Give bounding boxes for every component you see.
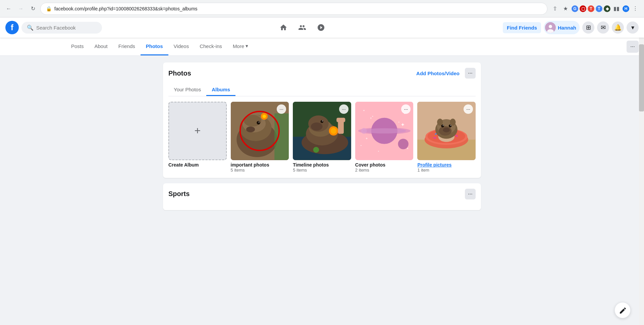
reload-button[interactable]: ↻ (28, 4, 38, 13)
ext-icon-4: T (596, 5, 602, 12)
svg-point-21 (321, 120, 324, 123)
album-menu-button-profile-pics[interactable]: ··· (464, 104, 473, 114)
photos-subtabs: Your Photos Albums (168, 84, 476, 96)
ext-icon-5: ◆ (604, 5, 610, 12)
profile-tabs: Posts About Friends Photos Videos Check-… (5, 38, 639, 55)
album-name-cover-photos: Cover photos (355, 162, 414, 168)
plus-icon: + (194, 125, 201, 137)
album-item-profile-pictures[interactable]: ··· (417, 102, 476, 173)
header-actions: Find Friends Hannah ⊞ ✉ 🔔 ▾ (503, 21, 639, 34)
tab-posts[interactable]: Posts (66, 38, 89, 55)
svg-point-7 (244, 115, 261, 127)
facebook-header: f 🔍 Find Friends Hannah ⊞ (0, 17, 644, 38)
profile-tabs-wrapper: Posts About Friends Photos Videos Check-… (0, 38, 644, 56)
subtab-your-photos[interactable]: Your Photos (168, 84, 206, 96)
tab-about[interactable]: About (89, 38, 113, 55)
album-name-important-photos: important photos (231, 162, 289, 168)
user-avatar (545, 22, 556, 33)
svg-point-8 (246, 127, 255, 132)
album-menu-button-important[interactable]: ··· (277, 104, 286, 114)
tab-photos[interactable]: Photos (141, 38, 168, 55)
search-bar-container[interactable]: 🔍 (21, 22, 102, 34)
sports-section-more-button[interactable]: ··· (465, 189, 476, 199)
friends-nav-button[interactable] (294, 19, 310, 36)
tab-checkins[interactable]: Check-ins (194, 38, 227, 55)
album-thumb-timeline-photos: ··· (293, 102, 351, 160)
svg-point-65 (450, 119, 456, 126)
album-count-important-photos: 5 items (231, 168, 289, 173)
scrollbar-thumb[interactable] (639, 44, 644, 111)
ext-icon-2: ▢ (580, 5, 586, 12)
album-name-profile-pictures[interactable]: Profile pictures (417, 162, 476, 168)
album-menu-button-timeline[interactable]: ··· (339, 104, 348, 114)
lock-icon: 🔒 (46, 6, 52, 11)
browser-actions: ⇧ ★ G ▢ T T ◆ ▮▮ H ⋮ (550, 4, 640, 13)
extensions-button[interactable]: ▮▮ (612, 4, 621, 13)
album-thumb-important-photos: ··· (231, 102, 289, 160)
album-thumb-cover-photos: ··· (355, 102, 414, 160)
albums-grid: + Create Album ··· (168, 102, 476, 173)
svg-point-64 (437, 119, 443, 126)
svg-point-22 (322, 121, 323, 122)
create-album-label: Create Album (168, 162, 227, 168)
sports-section-title: Sports (168, 190, 190, 198)
svg-point-32 (398, 122, 399, 123)
back-button[interactable]: ← (4, 4, 13, 13)
svg-text:✦: ✦ (400, 122, 405, 128)
ext-icon-3: T (588, 5, 594, 12)
svg-point-1 (549, 25, 552, 28)
svg-rect-26 (336, 118, 345, 122)
svg-point-27 (313, 147, 319, 153)
svg-point-63 (443, 128, 450, 132)
bookmark-button[interactable]: ★ (561, 4, 570, 13)
add-photos-button[interactable]: Add Photos/Video (414, 68, 462, 78)
home-nav-button[interactable] (275, 19, 291, 36)
subtab-albums[interactable]: Albums (206, 84, 235, 96)
address-bar[interactable]: 🔒 facebook.com/profile.php?id=1000800262… (40, 3, 547, 15)
messenger-button[interactable]: ✉ (597, 21, 609, 34)
svg-text:✦: ✦ (370, 117, 372, 120)
share-button[interactable]: ⇧ (550, 4, 559, 13)
browser-chrome: ← → ↻ 🔒 facebook.com/profile.php?id=1000… (0, 0, 644, 17)
svg-point-33 (361, 145, 362, 146)
forward-button[interactable]: → (16, 4, 25, 13)
tab-more[interactable]: More ▾ (227, 38, 254, 55)
svg-rect-13 (274, 113, 289, 160)
user-profile-button[interactable]: Hannah (544, 21, 580, 34)
groups-nav-button[interactable] (313, 19, 329, 36)
album-item-cover-photos[interactable]: ··· (355, 102, 414, 173)
svg-point-29 (363, 110, 364, 111)
album-item-timeline-photos[interactable]: ··· (293, 102, 351, 173)
more-label: More (233, 43, 244, 49)
svg-point-24 (331, 128, 336, 134)
album-name-timeline-photos: Timeline photos (293, 162, 351, 168)
create-album-item[interactable]: + Create Album (168, 102, 227, 173)
find-friends-button[interactable]: Find Friends (503, 22, 541, 33)
tab-videos[interactable]: Videos (168, 38, 195, 55)
photos-section-header: Photos Add Photos/Video ··· (168, 68, 476, 79)
photos-section-title: Photos (168, 69, 191, 77)
tab-options-button[interactable]: ··· (627, 41, 639, 53)
notifications-button[interactable]: 🔔 (612, 21, 624, 34)
svg-point-34 (407, 148, 408, 149)
tab-friends[interactable]: Friends (113, 38, 141, 55)
section-header-actions: Add Photos/Video ··· (414, 68, 476, 79)
svg-point-12 (262, 114, 266, 118)
sports-section-card: Sports ··· (163, 183, 481, 210)
browser-menu-button[interactable]: ⋮ (631, 4, 640, 13)
search-input[interactable] (36, 25, 97, 31)
account-dropdown-button[interactable]: ▾ (627, 21, 639, 34)
main-content: Photos Add Photos/Video ··· Your Photos … (158, 56, 486, 222)
photos-section-more-button[interactable]: ··· (465, 68, 476, 79)
facebook-logo[interactable]: f (5, 21, 19, 34)
svg-point-39 (362, 128, 406, 134)
svg-point-44 (361, 128, 367, 134)
svg-text:✦: ✦ (365, 137, 368, 140)
svg-point-20 (311, 123, 323, 131)
album-count-cover-photos: 2 items (355, 168, 414, 173)
album-item-important-photos[interactable]: ··· (231, 102, 289, 173)
header-nav (105, 19, 500, 36)
user-name: Hannah (558, 25, 576, 31)
search-icon: 🔍 (27, 25, 34, 31)
apps-button[interactable]: ⊞ (582, 21, 594, 34)
